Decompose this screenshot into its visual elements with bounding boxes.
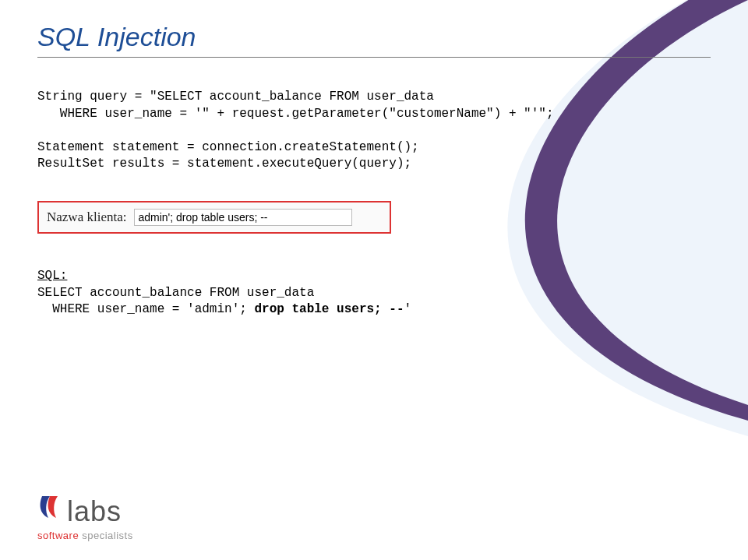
customer-name-label: Nazwa klienta:: [47, 210, 126, 224]
sql-header: SQL:: [37, 269, 67, 283]
code-line-3: Statement statement = connection.createS…: [37, 140, 419, 154]
title-rule: [37, 57, 711, 58]
code-line-4: ResultSet results = statement.executeQue…: [37, 157, 411, 171]
logo-mark-icon: [37, 495, 64, 521]
code-line-1: String query = "SELECT account_balance F…: [37, 90, 434, 104]
logo-text: labs: [67, 495, 122, 528]
resulting-sql: SQL: SELECT account_balance FROM user_da…: [37, 268, 711, 319]
form-example: Nazwa klienta:: [37, 201, 391, 234]
sql-line-2-plain: WHERE user_name = 'admin';: [37, 302, 254, 316]
sql-line-1: SELECT account_balance FROM user_data: [37, 286, 314, 300]
company-logo: labs software specialists: [37, 495, 133, 541]
sql-line-2-bold: drop table users; --: [254, 302, 404, 316]
logo-tagline: software specialists: [37, 530, 133, 541]
sql-line-2-tail: ': [404, 302, 411, 316]
code-line-2: WHERE user_name = '" + request.getParame…: [37, 107, 554, 121]
code-example: String query = "SELECT account_balance F…: [37, 89, 711, 173]
customer-name-input[interactable]: [134, 209, 352, 226]
slide-title: SQL Injection: [37, 22, 711, 52]
